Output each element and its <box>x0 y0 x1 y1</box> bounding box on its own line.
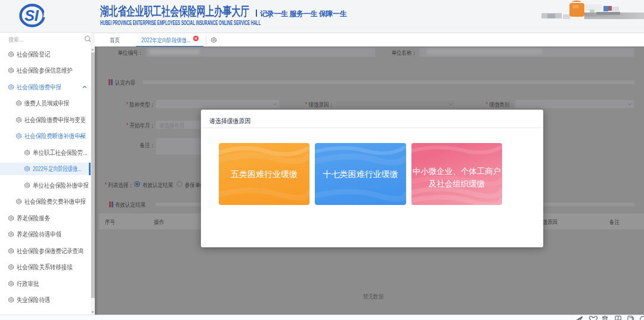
svg-text:SI: SI <box>24 7 39 24</box>
